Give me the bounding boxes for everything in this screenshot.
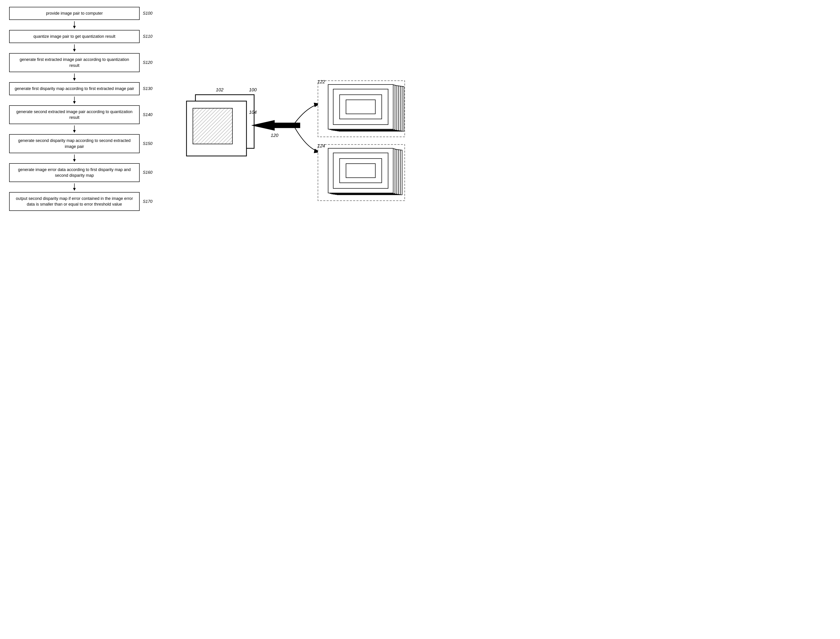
svg-rect-37 xyxy=(337,150,402,195)
svg-rect-25 xyxy=(339,87,404,131)
step-label-s170: S170 xyxy=(143,199,152,204)
svg-marker-21 xyxy=(251,120,300,130)
flow-text-s130: generate first disparity map according t… xyxy=(15,86,134,91)
flow-text-s120: generate first extracted image pair acco… xyxy=(20,57,129,68)
flow-box-s150: generate second disparity map according … xyxy=(9,134,140,153)
svg-rect-39 xyxy=(333,149,399,194)
page-container: provide image pair to computer S100 quan… xyxy=(0,0,420,320)
svg-rect-36 xyxy=(318,145,405,200)
arrow-s120-s130 xyxy=(9,72,140,82)
flow-text-s170: output second disparity map if error con… xyxy=(16,196,133,207)
flow-step-s100: provide image pair to computer S100 xyxy=(9,7,156,20)
arrow-s150-s160 xyxy=(9,153,140,163)
svg-rect-28 xyxy=(333,86,399,130)
svg-rect-44 xyxy=(340,159,382,183)
svg-text:122: 122 xyxy=(318,79,325,84)
svg-text:102: 102 xyxy=(216,87,223,92)
arrow-s100-s110 xyxy=(9,20,140,30)
flow-text-s150: generate second disparity map according … xyxy=(18,138,130,149)
step-label-s140: S140 xyxy=(143,113,152,117)
svg-rect-38 xyxy=(335,150,400,195)
step-label-s130: S130 xyxy=(143,86,152,91)
flow-box-s120: generate first extracted image pair acco… xyxy=(9,53,140,72)
flow-step-s130: generate first disparity map according t… xyxy=(9,82,156,95)
svg-text:120: 120 xyxy=(271,133,278,138)
svg-rect-27 xyxy=(335,86,400,131)
svg-rect-45 xyxy=(346,164,375,178)
flow-text-s140: generate second extracted image pair acc… xyxy=(16,110,132,120)
svg-rect-17 xyxy=(193,108,233,144)
svg-rect-32 xyxy=(333,89,388,124)
flow-step-s150: generate second disparity map according … xyxy=(9,134,156,153)
svg-marker-1 xyxy=(73,26,76,29)
svg-marker-13 xyxy=(73,188,76,191)
flow-text-s100: provide image pair to computer xyxy=(46,11,103,16)
flow-step-s160: generate image error data according to f… xyxy=(9,163,156,182)
flow-box-s170: output second disparity map if error con… xyxy=(9,192,140,211)
flow-step-s110: quantize image pair to get quantization … xyxy=(9,30,156,43)
svg-text:124: 124 xyxy=(318,143,325,148)
svg-marker-9 xyxy=(73,130,76,133)
flow-step-s120: generate first extracted image pair acco… xyxy=(9,53,156,72)
diagram-svg: 102 100 104 120 xyxy=(165,0,420,320)
arrow-s140-s150 xyxy=(9,124,140,134)
svg-rect-43 xyxy=(333,153,388,188)
step-label-s100: S100 xyxy=(143,11,152,16)
diagram: 102 100 104 120 xyxy=(165,0,420,320)
svg-marker-5 xyxy=(73,78,76,81)
flow-box-s160: generate image error data according to f… xyxy=(9,163,140,182)
svg-rect-31 xyxy=(328,84,393,129)
svg-rect-29 xyxy=(332,86,397,130)
svg-rect-14 xyxy=(195,95,254,148)
svg-rect-41 xyxy=(330,149,395,194)
step-label-s150: S150 xyxy=(143,141,152,146)
step-label-s110: S110 xyxy=(143,34,152,39)
svg-rect-42 xyxy=(328,148,393,193)
svg-rect-24 xyxy=(318,81,405,137)
step-label-s120: S120 xyxy=(143,60,152,65)
svg-marker-11 xyxy=(73,159,76,162)
flowchart: provide image pair to computer S100 quan… xyxy=(0,0,165,320)
arrow-s110-s120 xyxy=(9,43,140,53)
svg-text:100: 100 xyxy=(249,87,257,92)
flow-step-s170: output second disparity map if error con… xyxy=(9,192,156,211)
svg-rect-15 xyxy=(187,101,246,156)
flow-text-s110: quantize image pair to get quantization … xyxy=(33,34,115,39)
svg-rect-34 xyxy=(346,100,375,114)
flow-text-s160: generate image error data according to f… xyxy=(18,167,131,178)
svg-rect-40 xyxy=(332,149,397,194)
flow-box-s110: quantize image pair to get quantization … xyxy=(9,30,140,43)
flow-box-s100: provide image pair to computer xyxy=(9,7,140,20)
svg-rect-30 xyxy=(330,85,395,130)
flow-box-s130: generate first disparity map according t… xyxy=(9,82,140,95)
svg-marker-7 xyxy=(73,101,76,104)
flow-box-s140: generate second extracted image pair acc… xyxy=(9,105,140,124)
step-label-s160: S160 xyxy=(143,170,152,175)
flow-step-s140: generate second extracted image pair acc… xyxy=(9,105,156,124)
arrow-s160-s170 xyxy=(9,182,140,192)
svg-text:104: 104 xyxy=(249,110,257,115)
svg-rect-33 xyxy=(340,95,382,119)
svg-marker-3 xyxy=(73,49,76,52)
arrow-s130-s140 xyxy=(9,95,140,105)
svg-rect-26 xyxy=(337,86,402,131)
